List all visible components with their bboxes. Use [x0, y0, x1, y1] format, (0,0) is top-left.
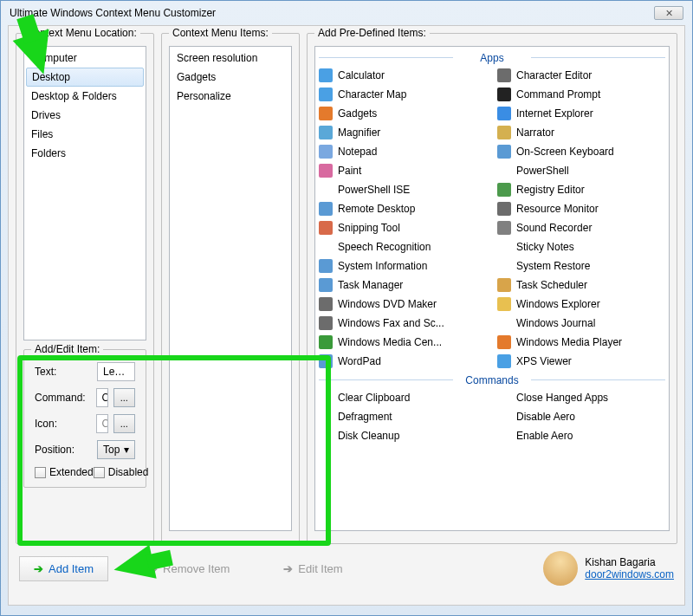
predefined-item[interactable]: Narrator: [494, 123, 669, 142]
location-item[interactable]: Desktop: [26, 68, 144, 87]
predefined-item[interactable]: Disable Aero: [494, 407, 669, 426]
predefined-item-label: Disk Cleanup: [338, 428, 399, 444]
predefined-item[interactable]: Command Prompt: [494, 85, 669, 104]
predefined-item[interactable]: Sticky Notes: [494, 237, 669, 256]
app-icon: [497, 335, 511, 349]
app-icon: [319, 391, 333, 405]
predefined-item[interactable]: Registry Editor: [494, 180, 669, 199]
predefined-item[interactable]: PowerShell: [494, 161, 669, 180]
close-button[interactable]: ✕: [654, 6, 683, 20]
remove-item-label: Remove Item: [163, 562, 230, 575]
predefined-item-label: Enable Aero: [516, 428, 573, 444]
app-icon: [497, 429, 511, 443]
predefined-legend: Add Pre-Defined Items:: [314, 27, 430, 39]
predefined-item[interactable]: Windows DVD Maker: [315, 295, 490, 314]
predefined-item[interactable]: Task Manager: [315, 276, 490, 295]
predefined-item[interactable]: Windows Fax and Sc...: [315, 314, 490, 333]
text-input[interactable]: League of Legends: [97, 362, 135, 381]
icon-input[interactable]: C:\Riot Games\League of Legends: [96, 414, 108, 433]
predefined-item[interactable]: Windows Media Cen...: [315, 333, 490, 352]
predefined-item[interactable]: Gadgets: [315, 104, 490, 123]
command-browse-button[interactable]: ...: [113, 388, 135, 407]
predefined-item-label: Windows Journal: [516, 315, 595, 331]
location-item[interactable]: Drives: [24, 106, 146, 125]
predefined-item[interactable]: Windows Media Player: [494, 333, 669, 352]
command-input[interactable]: C:\Riot Games\League of Legends: [96, 388, 108, 407]
predefined-item[interactable]: Disk Cleanup: [315, 426, 490, 445]
predefined-item-label: Windows Media Player: [516, 334, 622, 350]
predefined-item[interactable]: Windows Explorer: [494, 295, 669, 314]
predefined-item-label: Narrator: [516, 125, 554, 140]
context-menu-item[interactable]: Personalize: [170, 87, 291, 106]
predefined-item-label: Resource Monitor: [516, 201, 599, 217]
chevron-down-icon: ▾: [124, 444, 129, 456]
predefined-item[interactable]: Defragment: [315, 407, 490, 426]
items-listbox[interactable]: Screen resolutionGadgetsPersonalize: [169, 46, 292, 531]
titlebar: Ultimate Windows Context Menu Customizer…: [1, 1, 692, 25]
predefined-item[interactable]: Snipping Tool: [315, 218, 490, 237]
predefined-item[interactable]: Character Editor: [494, 66, 669, 85]
location-item[interactable]: Folders: [24, 144, 146, 163]
disabled-checkbox[interactable]: Disabled: [94, 466, 149, 478]
context-menu-item[interactable]: Gadgets: [170, 68, 291, 87]
app-icon: [319, 221, 333, 235]
predefined-item[interactable]: Remote Desktop: [315, 199, 490, 218]
predefined-item-label: PowerShell ISE: [338, 182, 410, 198]
add-edit-groupbox: Add/Edit Item: Text: League of Legends C…: [23, 349, 146, 488]
predefined-item-label: Notepad: [338, 144, 377, 159]
predefined-item-label: Close Hanged Apps: [516, 390, 608, 405]
add-item-button[interactable]: ➔ Add Item: [19, 556, 108, 581]
position-value: Top: [103, 444, 120, 456]
predefined-item[interactable]: XPS Viewer: [494, 352, 669, 371]
app-icon: [497, 278, 511, 292]
predefined-listbox[interactable]: AppsCalculatorCharacter EditorCharacter …: [314, 46, 670, 531]
predefined-item[interactable]: Internet Explorer: [494, 104, 669, 123]
app-icon: [319, 145, 333, 159]
predefined-item[interactable]: Paint: [315, 161, 490, 180]
predefined-item[interactable]: PowerShell ISE: [315, 180, 490, 199]
predefined-item-label: Registry Editor: [516, 182, 585, 198]
predefined-item-label: Windows Fax and Sc...: [338, 315, 444, 331]
app-icon: [497, 391, 511, 405]
predefined-item[interactable]: Resource Monitor: [494, 199, 669, 218]
extended-checkbox[interactable]: Extended: [35, 466, 94, 478]
location-item[interactable]: Desktop & Folders: [24, 87, 146, 106]
command-label: Command:: [35, 392, 91, 404]
predefined-item[interactable]: Sound Recorder: [494, 218, 669, 237]
predefined-item[interactable]: System Information: [315, 256, 490, 276]
position-combobox[interactable]: Top ▾: [97, 440, 135, 459]
app-icon: [497, 221, 511, 235]
predefined-item[interactable]: WordPad: [315, 352, 490, 371]
predefined-item[interactable]: Magnifier: [315, 123, 490, 142]
context-menu-item[interactable]: Screen resolution: [170, 49, 291, 68]
author-site-link[interactable]: door2windows.com: [585, 568, 674, 580]
edit-item-label: Edit Item: [298, 562, 342, 575]
icon-browse-button[interactable]: ...: [113, 414, 135, 433]
predefined-item-label: XPS Viewer: [516, 353, 572, 369]
app-icon: [497, 145, 511, 159]
app-icon: [319, 126, 333, 139]
predefined-item[interactable]: Windows Journal: [494, 314, 669, 333]
predefined-item[interactable]: Enable Aero: [494, 426, 669, 445]
edit-item-button[interactable]: ➔ Edit Item: [269, 557, 356, 580]
predefined-item[interactable]: Calculator: [315, 66, 490, 85]
location-groupbox: Context Menu Location: ComputerDesktopDe…: [16, 33, 154, 544]
location-item[interactable]: Files: [24, 125, 146, 144]
app-icon: [319, 410, 333, 424]
predefined-item-label: Task Scheduler: [516, 277, 587, 293]
predefined-item-label: Character Editor: [516, 68, 592, 83]
app-icon: [497, 107, 511, 120]
predefined-item[interactable]: Close Hanged Apps: [494, 388, 669, 407]
predefined-item[interactable]: Speech Recognition: [315, 237, 490, 256]
location-listbox[interactable]: ComputerDesktopDesktop & FoldersDrivesFi…: [23, 46, 146, 340]
predefined-item[interactable]: Character Map: [315, 85, 490, 104]
predefined-item[interactable]: Clear Clipboard: [315, 388, 490, 407]
predefined-item[interactable]: Notepad: [315, 142, 490, 161]
app-icon: [319, 316, 333, 330]
app-icon: [319, 88, 333, 101]
location-item[interactable]: Computer: [24, 49, 146, 68]
predefined-item[interactable]: On-Screen Keyboard: [494, 142, 669, 161]
remove-item-button[interactable]: ➔ Remove Item: [134, 557, 243, 580]
predefined-item[interactable]: Task Scheduler: [494, 276, 669, 295]
predefined-item[interactable]: System Restore: [494, 256, 669, 276]
